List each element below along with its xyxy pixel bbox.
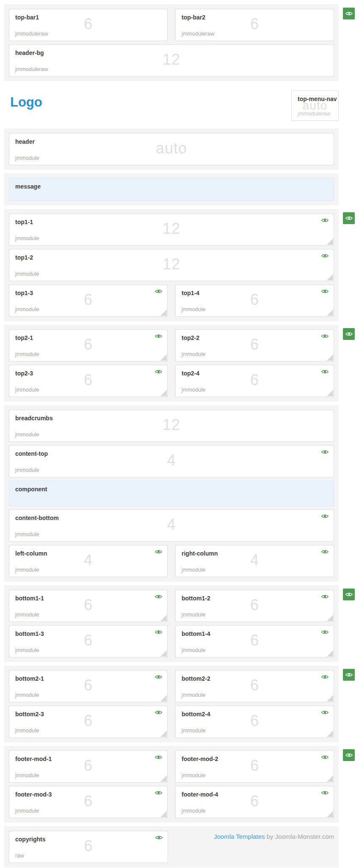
top-bar-visibility-toggle-button[interactable] [343, 8, 355, 19]
module-breadcrumbs[interactable]: breadcrumbs12jmmodule [9, 410, 334, 442]
module-visibility-icon[interactable] [321, 289, 329, 294]
section-bottom2: bottom2-16jmmodulebottom2-26jmmodulebott… [4, 665, 339, 742]
module-visibility-icon[interactable] [321, 755, 329, 760]
resize-handle[interactable] [160, 615, 167, 621]
module-top2-1[interactable]: top2-16jmmodule [9, 329, 168, 361]
module-top-bar1[interactable]: top-bar16jmmoduleraw [9, 9, 168, 41]
module-top2-3[interactable]: top2-36jmmodule [9, 365, 168, 397]
module-bottom1-2[interactable]: bottom1-26jmmodule [175, 590, 334, 622]
bottom2-visibility-toggle-button[interactable] [343, 669, 355, 681]
resize-handle[interactable] [160, 811, 167, 817]
module-top1-4[interactable]: top1-46jmmodule [175, 285, 334, 317]
module-footer-mod-1[interactable]: footer-mod-16jmmodule [9, 750, 168, 783]
resize-handle[interactable] [327, 309, 333, 316]
resize-handle[interactable] [327, 695, 333, 701]
module-visibility-icon[interactable] [321, 334, 329, 339]
resize-handle[interactable] [160, 650, 167, 657]
resize-handle[interactable] [160, 731, 167, 737]
module-type-label: jmmodule [15, 306, 39, 312]
module-content-top[interactable]: content-top4jmmodule [9, 445, 334, 477]
resize-handle[interactable] [160, 309, 167, 316]
resize-handle[interactable] [160, 354, 167, 361]
module-visibility-icon[interactable] [155, 755, 162, 760]
resize-handle[interactable] [327, 390, 333, 396]
module-visibility-icon[interactable] [321, 790, 329, 795]
eye-icon [321, 790, 329, 795]
module-top1-1[interactable]: top1-112jmmodule [9, 214, 334, 246]
eye-icon [321, 253, 329, 258]
top2-visibility-toggle-button[interactable] [343, 328, 355, 340]
module-top-menu-nav[interactable]: top-menu-navautojmmoduleraw [291, 90, 339, 121]
module-top1-3[interactable]: top1-36jmmodule [9, 285, 168, 317]
module-visibility-icon[interactable] [321, 218, 329, 223]
module-row: bottom1-16jmmodulebottom1-26jmmodule [9, 590, 334, 622]
module-visibility-icon[interactable] [321, 710, 329, 715]
module-bottom1-4[interactable]: bottom1-46jmmodule [175, 625, 334, 657]
resize-handle[interactable] [327, 274, 333, 280]
module-header[interactable]: headerautojmmodule [9, 133, 334, 165]
resize-handle[interactable] [327, 775, 333, 782]
eye-icon [155, 369, 162, 374]
module-visibility-icon[interactable] [321, 594, 329, 599]
module-visibility-icon[interactable] [155, 790, 162, 795]
module-top2-4[interactable]: top2-46jmmodule [175, 365, 334, 397]
module-footer-mod-2[interactable]: footer-mod-26jmmodule [175, 750, 334, 783]
module-bottom2-1[interactable]: bottom2-16jmmodule [9, 670, 168, 702]
module-bottom2-3[interactable]: bottom2-36jmmodule [9, 706, 168, 738]
module-size-value: 6 [9, 837, 168, 855]
module-visibility-icon[interactable] [155, 630, 162, 635]
module-left-column[interactable]: left-column4jmmodule [9, 545, 168, 577]
module-visibility-icon[interactable] [155, 369, 162, 374]
module-right-column[interactable]: right-column4jmmodule [175, 545, 334, 577]
module-title: message [15, 183, 41, 190]
module-top2-2[interactable]: top2-26jmmodule [175, 329, 334, 361]
resize-handle[interactable] [327, 731, 333, 737]
resize-handle[interactable] [327, 650, 333, 657]
module-visibility-icon[interactable] [155, 549, 162, 554]
module-visibility-icon[interactable] [155, 334, 162, 339]
module-copyrights[interactable]: copyrights6raw [9, 831, 168, 863]
module-footer-mod-4[interactable]: footer-mod-46jmmodule [175, 786, 334, 818]
module-visibility-icon[interactable] [155, 835, 163, 840]
module-row: top2-16jmmoduletop2-26jmmodule [9, 329, 334, 361]
module-visibility-icon[interactable] [321, 253, 329, 258]
module-top1-2[interactable]: top1-212jmmodule [9, 249, 334, 281]
module-content-bottom[interactable]: content-bottom4jmmodule [9, 509, 334, 542]
module-visibility-icon[interactable] [321, 674, 329, 679]
module-type-label: raw [15, 852, 24, 859]
resize-handle[interactable] [327, 354, 333, 361]
module-row: top2-36jmmoduletop2-46jmmodule [9, 365, 334, 397]
module-visibility-icon[interactable] [321, 449, 329, 455]
bottom1-visibility-toggle-button[interactable] [343, 589, 355, 600]
module-visibility-icon[interactable] [155, 289, 162, 294]
module-size-value: 4 [9, 516, 334, 534]
eye-icon [155, 790, 162, 795]
module-type-label: jmmodule [15, 467, 39, 473]
joomla-templates-link[interactable]: Joomla Templates [214, 833, 265, 840]
resize-handle[interactable] [160, 775, 167, 782]
footer-visibility-toggle-button[interactable] [343, 749, 355, 761]
resize-handle[interactable] [160, 695, 167, 701]
module-visibility-icon[interactable] [321, 369, 329, 374]
module-message[interactable]: message [9, 178, 334, 201]
module-top-bar2[interactable]: top-bar26jmmoduleraw [175, 9, 334, 41]
module-footer-mod-3[interactable]: footer-mod-36jmmodule [9, 786, 168, 818]
module-visibility-icon[interactable] [321, 514, 329, 519]
module-visibility-icon[interactable] [155, 710, 162, 715]
resize-handle[interactable] [327, 238, 333, 245]
module-bottom1-3[interactable]: bottom1-36jmmodule [9, 625, 168, 657]
module-bottom2-4[interactable]: bottom2-46jmmodule [175, 706, 334, 738]
resize-handle[interactable] [327, 811, 333, 817]
module-bottom2-2[interactable]: bottom2-26jmmodule [175, 670, 334, 702]
top1-visibility-toggle-button[interactable] [343, 212, 355, 224]
resize-handle[interactable] [327, 615, 333, 621]
module-header-bg[interactable]: header-bg12jmmoduleraw [9, 44, 334, 77]
module-component[interactable]: component [9, 481, 334, 506]
resize-handle[interactable] [160, 390, 167, 396]
module-visibility-icon[interactable] [321, 549, 329, 554]
module-visibility-icon[interactable] [321, 630, 329, 635]
module-visibility-icon[interactable] [155, 594, 162, 599]
module-bottom1-1[interactable]: bottom1-16jmmodule [9, 590, 168, 622]
eye-icon [155, 594, 162, 599]
module-visibility-icon[interactable] [155, 674, 162, 679]
